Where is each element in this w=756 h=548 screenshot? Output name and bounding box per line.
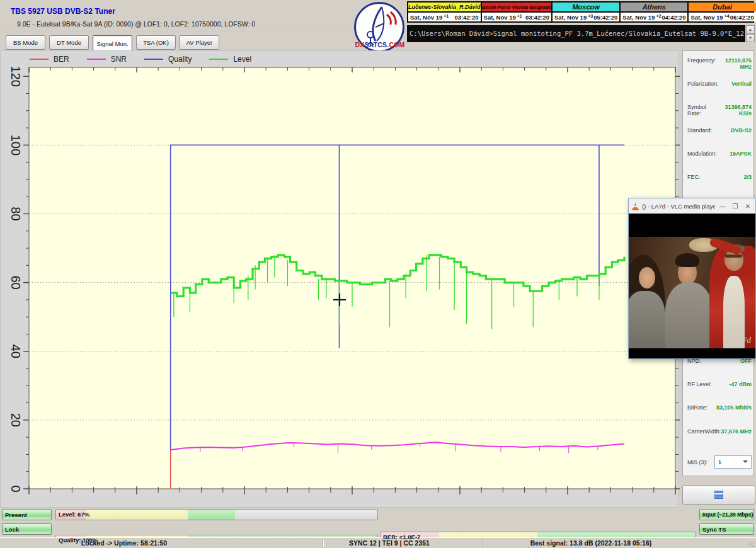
input-rate-indicator: Input (~21,39 Mbps) bbox=[699, 509, 754, 520]
header-divider bbox=[0, 31, 352, 32]
param-carrierwidth: CarrierWidth:37,676 MHz bbox=[687, 428, 752, 435]
legend-item-snr: SNR bbox=[87, 55, 127, 64]
channel-watermark: 7d bbox=[743, 335, 751, 345]
dxsatcs-logo: DXSATCS.COM bbox=[350, 2, 410, 55]
bar-segment-green bbox=[188, 510, 235, 520]
param-label: Symbol Rate: bbox=[687, 104, 716, 117]
mode-tab-bar: BS ModeDT ModeSignal Mon.TSA (OK)AV Play… bbox=[6, 35, 219, 52]
tab-signal-mon-[interactable]: Signal Mon. bbox=[93, 35, 132, 52]
clock-city: Moscow bbox=[553, 3, 619, 11]
vlc-title-bar[interactable]: () - LA7d - VLC media player — ❐ ✕ bbox=[629, 198, 755, 214]
scroll-up-button[interactable]: ▲ bbox=[746, 25, 755, 34]
clock-city: Athens bbox=[621, 3, 687, 11]
param-value: 2/3 bbox=[743, 174, 752, 180]
clock-time: Sat, Nov 19+406:42:20 bbox=[689, 13, 755, 21]
param-label: Polarization: bbox=[687, 81, 719, 87]
tv-picture: 7d bbox=[629, 237, 755, 348]
svg-text:20: 20 bbox=[9, 413, 23, 427]
param-value: 12110,875 MHz bbox=[716, 57, 752, 70]
vlc-close-button[interactable]: ✕ bbox=[743, 203, 753, 210]
param-label: Frequency: bbox=[687, 57, 716, 64]
param-frequency: Frequency:12110,875 MHz bbox=[687, 57, 752, 70]
param-value: 31396,874 KS/s bbox=[716, 104, 752, 117]
param-mis: MIS (3): 1 bbox=[687, 455, 752, 469]
bar-segment-yellow bbox=[86, 510, 188, 520]
bar-label: Level: 67% bbox=[59, 510, 89, 520]
legend-label: BER bbox=[54, 55, 69, 64]
clock-time: Sat, Nov 19+103:42:20 bbox=[482, 13, 551, 21]
mis-dropdown[interactable]: 1 bbox=[714, 455, 752, 469]
legend-item-ber: BER bbox=[30, 55, 69, 64]
legend-item-quality: Quality bbox=[144, 55, 192, 64]
status-divider bbox=[323, 540, 323, 547]
param-label: Modulation: bbox=[687, 151, 717, 157]
glasses bbox=[725, 254, 742, 258]
tab-dt-mode[interactable]: DT Mode bbox=[49, 35, 89, 50]
param-label: FEC: bbox=[687, 174, 701, 180]
vlc-maximize-button[interactable]: ❐ bbox=[730, 203, 740, 210]
vlc-video-area[interactable]: 7d bbox=[629, 214, 755, 358]
world-clock-bar: Lučenec-Slovakia_R.Dávid Sat, Nov 19+103… bbox=[407, 1, 754, 23]
console-scrollbar: ▲ ▼ bbox=[746, 25, 755, 42]
param-symbolrate: Symbol Rate:31396,874 KS/s bbox=[687, 104, 752, 117]
param-fec: FEC:2/3 bbox=[687, 174, 752, 180]
chart-legend: BERSNRQualityLevel bbox=[30, 55, 251, 64]
param-value: 16APSK bbox=[730, 151, 752, 157]
bar-label: BER: <1.0E-7 bbox=[383, 532, 420, 542]
param-value: -47 dBm bbox=[729, 381, 752, 387]
status-bar: Locked -> Uptime: 58:21:50 SYNC 12 | TEI… bbox=[0, 537, 756, 548]
vlc-window-title: () - LA7d - VLC media player bbox=[642, 203, 715, 210]
center-person-sweater bbox=[665, 282, 713, 348]
left-person-body bbox=[629, 291, 665, 348]
svg-text:100: 100 bbox=[9, 135, 23, 156]
page-title: TBS 5927 USB DVB-S2 Tuner bbox=[11, 7, 115, 16]
console-command-line[interactable]: C:\Users\Roman Dávid>Signal monitoting_P… bbox=[407, 25, 745, 42]
left-person-face bbox=[639, 267, 655, 288]
clock-city: Lučenec-Slovakia_R.Dávid bbox=[408, 3, 481, 11]
sync-ts-indicator: Sync TS bbox=[699, 523, 754, 535]
param-polarization: Polarization:Vertical bbox=[687, 81, 752, 87]
level-progress-bar: Level: 67% bbox=[55, 509, 378, 520]
param-bitrate: BitRate:83,105 Mbit/s bbox=[687, 404, 752, 411]
chart-plot-area[interactable]: 020406080100120 bbox=[1, 51, 680, 508]
param-value: 37,676 MHz bbox=[721, 428, 752, 435]
scroll-down-button[interactable]: ▼ bbox=[746, 34, 755, 43]
clock-time: Sat, Nov 19+305:42:20 bbox=[553, 13, 619, 21]
param-label: CarrierWidth: bbox=[687, 428, 721, 435]
vlc-minimize-button[interactable]: — bbox=[718, 203, 728, 210]
tuner-subtitle: 9.0E - Eutelsat 9B/Ka-Sat 9A (ID: 0090) … bbox=[17, 20, 255, 28]
tab-tsa-ok-[interactable]: TSA (OK) bbox=[136, 35, 176, 50]
tab-av-player[interactable]: AV Player bbox=[180, 35, 219, 50]
logo-text: DXSATCS.COM bbox=[350, 41, 410, 49]
param-value: DVB-S2 bbox=[731, 127, 752, 134]
param-label: Standard: bbox=[687, 127, 712, 134]
resize-grip[interactable] bbox=[749, 542, 754, 547]
param-standard: Standard:DVB-S2 bbox=[687, 127, 752, 134]
signal-monitor-chart: BERSNRQualityLevel 020406080100120 bbox=[0, 50, 679, 508]
svg-text:80: 80 bbox=[9, 207, 23, 220]
vlc-window[interactable]: () - LA7d - VLC media player — ❐ ✕ 7d bbox=[628, 198, 756, 359]
status-divider bbox=[482, 540, 483, 547]
legend-label: Level bbox=[233, 55, 251, 64]
svg-text:120: 120 bbox=[9, 66, 23, 87]
legend-item-level: Level bbox=[209, 55, 251, 64]
param-value: 83,105 Mbit/s bbox=[716, 404, 752, 411]
vlc-cone-icon bbox=[631, 202, 639, 210]
clock-athens: Athens Sat, Nov 19+204:42:20 bbox=[621, 3, 687, 21]
clock-time: Sat, Nov 19+204:42:20 bbox=[621, 13, 687, 21]
bar-segment-empty bbox=[235, 510, 377, 520]
right-person-shirt bbox=[723, 276, 745, 348]
param-label: BitRate: bbox=[687, 404, 707, 411]
param-rflevel: RF Level:-47 dBm bbox=[687, 381, 752, 387]
legend-line-swatch bbox=[30, 59, 49, 60]
clock-dubai: Dubai Sat, Nov 19+406:42:20 bbox=[689, 3, 755, 21]
svg-text:0: 0 bbox=[9, 485, 23, 492]
clock-time: Sat, Nov 19+103:42:20 bbox=[408, 13, 481, 21]
legend-label: Quality bbox=[168, 55, 192, 64]
clock-city: Berlin-Paris-Vienna-Belgrade bbox=[482, 3, 551, 11]
present-indicator: Present bbox=[2, 509, 52, 520]
clock-berlin-paris-vienna-belgrade: Berlin-Paris-Vienna-Belgrade Sat, Nov 19… bbox=[482, 3, 551, 21]
stream-list-button[interactable] bbox=[682, 485, 755, 505]
param-label: RF Level: bbox=[687, 381, 712, 387]
tab-bs-mode[interactable]: BS Mode bbox=[6, 35, 45, 50]
